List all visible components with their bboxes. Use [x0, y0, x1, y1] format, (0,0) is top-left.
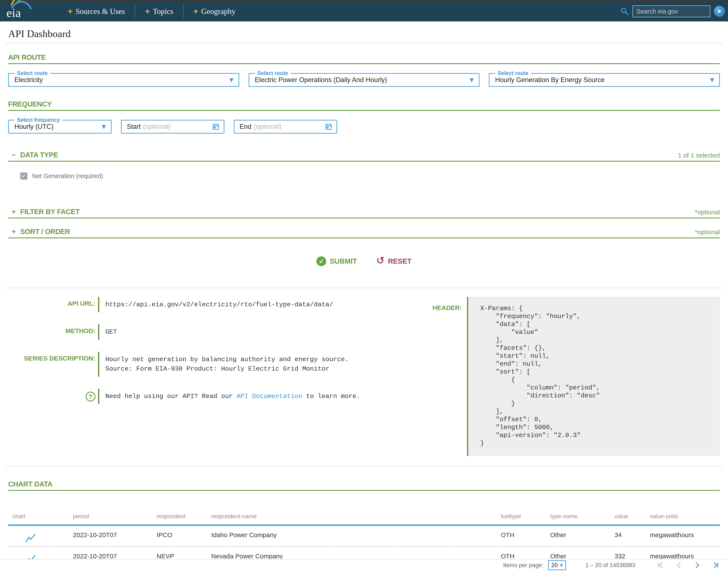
items-per-page-value: 20	[551, 562, 558, 569]
data-type-heading: DATA TYPE	[20, 151, 58, 159]
help-prefix: Need help using our API? Read our	[105, 393, 237, 400]
help-icon-cell: ?	[8, 388, 95, 404]
checkbox-label: Net Generation (required)	[32, 173, 103, 180]
nav-item-geography[interactable]: + Geography	[183, 4, 245, 18]
eia-logo-arcs	[10, 0, 36, 9]
checked-checkbox[interactable]: ✓	[20, 172, 27, 180]
plus-icon: +	[193, 7, 198, 15]
col-header-type-name[interactable]: type-name	[546, 513, 610, 526]
api-route-heading: API ROUTE	[8, 53, 46, 62]
end-date-placeholder: (optional)	[254, 123, 281, 130]
next-page-button[interactable]	[694, 562, 701, 569]
help-text: Need help using our API? Read our API Do…	[99, 388, 360, 404]
api-url-label: API URL:	[8, 297, 95, 312]
route-select-2[interactable]: Select route Electric Power Operations (…	[249, 73, 480, 87]
api-url-row: API URL: https://api.eia.gov/v2/electric…	[8, 297, 419, 312]
nav-item-sources-uses[interactable]: + Sources & Uses	[58, 4, 135, 18]
api-url-value: https://api.eia.gov/v2/electricity/rto/f…	[99, 297, 333, 312]
question-circle-icon: ?	[86, 391, 95, 402]
table-row: 2022-10-20T07 IPCO Idaho Power Company O…	[8, 526, 720, 546]
sort-order-optional-note: *optional	[695, 228, 720, 236]
cell-respondent: IPCO	[152, 526, 207, 546]
form-actions: ✓ SUBMIT ↺ RESET	[8, 256, 720, 266]
top-nav: eia + Sources & Uses + Topics + Geograph…	[0, 1, 728, 21]
route-select-3[interactable]: Select route Hourly Generation By Energy…	[489, 73, 720, 87]
route-select-1-label: Select route	[14, 70, 50, 76]
items-per-page-select[interactable]: 20 ▼	[548, 560, 566, 570]
arrow-right-icon	[717, 9, 722, 14]
check-circle-icon: ✓	[316, 256, 326, 266]
collapse-minus-icon[interactable]: −	[12, 151, 20, 159]
expand-plus-icon[interactable]: +	[12, 227, 20, 236]
expand-plus-icon[interactable]: +	[12, 208, 20, 216]
filter-facet-section: + FILTER BY FACET *optional	[8, 208, 720, 218]
col-header-value-units[interactable]: value-units	[646, 513, 720, 526]
plus-icon: +	[145, 7, 150, 15]
title-divider	[4, 43, 724, 43]
sort-order-heading: SORT / ORDER	[20, 228, 70, 236]
last-page-button[interactable]	[712, 562, 719, 569]
pager-buttons	[657, 562, 719, 569]
page-title: API Dashboard	[8, 28, 720, 39]
calendar-icon[interactable]	[325, 123, 337, 130]
frequency-select[interactable]: Select frequency Hourly (UTC) ▼	[8, 120, 111, 133]
section-divider	[4, 288, 724, 288]
series-description-value: Hourly net generation by balancing autho…	[99, 352, 349, 376]
cell-period: 2022-10-20T07	[69, 526, 152, 546]
series-description-label: SERIES DESCRIPTION:	[8, 352, 95, 376]
col-header-period[interactable]: period	[69, 513, 152, 526]
header-block: HEADER: X-Params: { "frequency": "hourly…	[419, 297, 720, 456]
first-page-button[interactable]	[657, 562, 664, 569]
route-select-1[interactable]: Select route Electricity ▼	[8, 73, 239, 87]
series-line-1: Hourly net generation by balancing autho…	[105, 355, 349, 364]
pagination-range: 1 – 20 of 14536983	[585, 562, 635, 569]
series-description-row: SERIES DESCRIPTION: Hourly net generatio…	[8, 352, 419, 376]
undo-arrow-icon: ↺	[376, 255, 385, 265]
reset-button[interactable]: ↺ RESET	[376, 256, 412, 266]
filter-facet-optional-note: *optional	[695, 209, 720, 216]
nav-search	[620, 1, 725, 21]
search-input[interactable]	[632, 5, 710, 17]
col-header-respondent[interactable]: respondent	[152, 513, 207, 526]
route-select-2-value: Electric Power Operations (Daily And Hou…	[249, 76, 387, 84]
chevron-left-icon	[675, 562, 682, 569]
header-code-box: X-Params: { "frequency": "hourly", "data…	[467, 297, 720, 456]
eia-logo[interactable]: eia	[6, 4, 34, 19]
series-line-2: Source: Form EIA-930 Product: Hourly Ele…	[105, 364, 349, 374]
col-header-value[interactable]: value	[610, 513, 646, 526]
col-header-fueltype[interactable]: fueltype	[496, 513, 546, 526]
nav-item-topics[interactable]: + Topics	[135, 4, 183, 18]
last-page-icon	[712, 562, 719, 569]
first-page-icon	[657, 562, 664, 569]
sort-order-section: + SORT / ORDER *optional	[8, 227, 720, 238]
cell-respondent-name: Idaho Power Company	[207, 526, 496, 546]
line-chart-icon[interactable]	[25, 534, 35, 543]
cell-value: 34	[610, 526, 646, 546]
chevron-down-icon: ▼	[102, 124, 111, 130]
api-route-section: API ROUTE Select route Electricity ▼ Sel…	[8, 53, 720, 87]
calendar-icon[interactable]	[212, 123, 224, 130]
api-documentation-link[interactable]: API Documentation	[237, 393, 302, 400]
nav-item-label: Geography	[201, 7, 236, 16]
request-info: API URL: https://api.eia.gov/v2/electric…	[8, 297, 720, 456]
chevron-down-icon: ▼	[229, 77, 238, 83]
chevron-down-icon: ▼	[560, 563, 563, 568]
reset-label: RESET	[388, 257, 412, 265]
col-header-chart[interactable]: chart	[8, 513, 69, 526]
search-submit-button[interactable]	[714, 6, 725, 17]
filter-facet-heading: FILTER BY FACET	[20, 208, 80, 216]
chart-data-heading: CHART DATA	[8, 480, 52, 488]
nav-item-label: Topics	[153, 7, 173, 16]
submit-button[interactable]: ✓ SUBMIT	[316, 256, 357, 266]
end-date-field[interactable]: End (optional)	[234, 120, 337, 133]
header-label: HEADER:	[419, 297, 462, 456]
data-type-section: − DATA TYPE 1 of 1 selected ✓ Net Genera…	[8, 151, 720, 180]
previous-page-button[interactable]	[675, 562, 682, 569]
start-date-field[interactable]: Start (optional)	[121, 120, 224, 133]
plus-icon: +	[68, 7, 73, 15]
frequency-heading: FREQUENCY	[8, 100, 52, 108]
start-date-label: Start	[122, 123, 141, 130]
help-row: ? Need help using our API? Read our API …	[8, 388, 419, 404]
end-date-label: End	[235, 123, 251, 130]
col-header-respondent-name[interactable]: respondent-name	[207, 513, 496, 526]
